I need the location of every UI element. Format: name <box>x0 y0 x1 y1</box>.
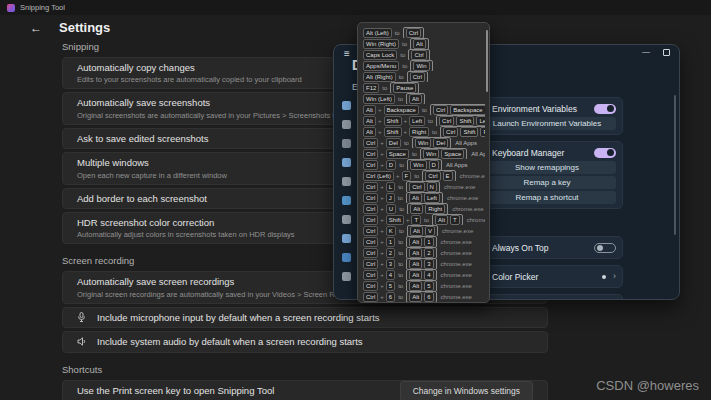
toggle-knob-icon[interactable] <box>602 275 606 279</box>
key-chip: F12 <box>363 83 379 93</box>
module-nav-icon[interactable] <box>342 215 351 224</box>
module-nav-icon[interactable] <box>342 272 351 281</box>
remap-row: Ctrl+2toAlt2chrome.exe <box>363 247 485 258</box>
to-label: to <box>398 239 403 245</box>
settings-header: ← Settings <box>30 20 110 35</box>
module-nav-icon[interactable] <box>342 253 351 262</box>
window-title: Snipping Tool <box>20 3 65 12</box>
module-nav-icon[interactable] <box>342 120 351 129</box>
plus-separator: + <box>380 261 384 267</box>
module-nav-icon[interactable] <box>342 177 351 186</box>
key-chip: Alt <box>363 116 376 126</box>
key-chip: Win (Right) <box>363 39 399 49</box>
page-title: Settings <box>59 20 110 35</box>
module-row[interactable]: Color Picker› <box>478 270 616 283</box>
module-card: Keyboard ManagerShow remappingsRemap a k… <box>471 141 623 209</box>
key-chip: Left <box>409 116 425 126</box>
to-label: to <box>399 74 404 80</box>
settings-row-text: Use the Print screen key to open Snippin… <box>77 381 400 400</box>
module-nav-icon[interactable] <box>342 234 351 243</box>
key-chip: Win <box>413 61 429 71</box>
module-row[interactable]: Always On Top <box>478 241 616 254</box>
key-chip: Alt <box>413 39 426 49</box>
key-chip: Space <box>386 149 409 159</box>
popup-scrollbar[interactable] <box>486 30 488 92</box>
key-chip: Ctrl <box>443 127 458 137</box>
key-chip: Left <box>424 193 440 203</box>
key-chip: Caps Lock <box>363 50 397 60</box>
key-chip: Ctrl <box>363 182 378 192</box>
to-label: to <box>400 52 405 58</box>
restore-icon[interactable] <box>663 49 670 56</box>
key-chip: Left <box>476 116 485 126</box>
key-chip: Ctrl <box>363 160 378 170</box>
settings-row-title: Include microphone input by default when… <box>97 312 533 323</box>
key-chip: Win (Left) <box>363 94 395 104</box>
key-chip: 3 <box>424 259 433 269</box>
to-label: to <box>412 151 417 157</box>
key-chip: Win <box>410 160 426 170</box>
settings-row-title: Include system audio by default when a s… <box>97 336 533 347</box>
show-remappings-button[interactable]: Show remappings <box>478 161 616 174</box>
plus-separator: + <box>380 195 384 201</box>
remap-row: Alt+Shift+LefttoCtrlShiftLeftAll Apps <box>363 115 485 126</box>
plus-separator: + <box>404 129 408 135</box>
key-chip: Shift <box>386 215 404 225</box>
settings-row[interactable]: Use the Print screen key to open Snippin… <box>62 380 548 400</box>
to-label: to <box>399 206 404 212</box>
watermark: CSDN @howeres <box>596 378 699 393</box>
module-row[interactable]: File Locksmith› <box>478 299 616 300</box>
key-chip: Backspace <box>450 105 485 115</box>
hamburger-menu-icon[interactable]: ≡ <box>344 48 350 59</box>
target-app-label: chrome.exe <box>460 173 485 179</box>
target-app-label: chrome.exe <box>442 228 473 234</box>
remap-a-shortcut-button[interactable]: Remap a shortcut <box>478 191 616 204</box>
remap-row: Ctrl+DeltoWinDelAll Apps <box>363 137 485 148</box>
chevron-right-icon[interactable]: › <box>613 272 616 281</box>
target-key-group: Alt <box>410 38 429 49</box>
key-chip: 3 <box>386 259 395 269</box>
dashboard-scrollbar[interactable] <box>674 95 676 235</box>
to-label: to <box>398 184 403 190</box>
key-chip: Backspace <box>384 105 419 115</box>
to-label: to <box>432 129 437 135</box>
back-icon[interactable]: ← <box>30 22 42 34</box>
settings-row[interactable]: Include microphone input by default when… <box>62 307 548 328</box>
target-key-group: AltLeft <box>406 192 443 203</box>
change-in-windows-settings-button[interactable]: Change in Windows settings <box>400 381 533 400</box>
target-key-group: Ctrl <box>407 71 428 82</box>
target-key-group: Alt4 <box>406 269 436 280</box>
module-name: Always On Top <box>492 243 589 253</box>
module-toggle[interactable] <box>594 148 616 158</box>
module-name: Keyboard Manager <box>492 148 589 158</box>
settings-row-text: Include system audio by default when a s… <box>97 332 533 351</box>
module-nav-icon[interactable] <box>342 101 351 110</box>
settings-row[interactable]: Include system audio by default when a s… <box>62 331 548 352</box>
key-chip: 1 <box>424 237 433 247</box>
module-toggle[interactable] <box>594 104 616 114</box>
minimize-icon[interactable]: — <box>642 48 650 56</box>
target-key-group: AltT <box>432 214 463 225</box>
plus-separator: + <box>380 228 384 234</box>
key-chip: V <box>425 226 435 236</box>
module-cards: Environment VariablesLaunch Environment … <box>471 97 623 300</box>
launch-environment-variables-button[interactable]: Launch Environment Variables <box>478 117 616 130</box>
plus-separator: + <box>380 294 384 300</box>
remap-a-key-button[interactable]: Remap a key <box>478 176 616 189</box>
remap-row: Win (Left)toAlt <box>363 93 485 104</box>
module-nav-icon[interactable] <box>342 196 351 205</box>
module-row[interactable]: Keyboard Manager <box>478 146 616 159</box>
module-name: Environment Variables <box>492 104 589 114</box>
key-chip: 6 <box>386 292 395 302</box>
target-key-group: WinSpace <box>420 148 467 159</box>
plus-separator: + <box>378 118 382 124</box>
target-key-group: Alt6 <box>406 291 436 302</box>
module-toggle[interactable] <box>594 243 616 253</box>
key-chip: Ctrl <box>410 72 425 82</box>
plus-separator: + <box>406 217 410 223</box>
module-row[interactable]: Environment Variables <box>478 102 616 115</box>
module-nav-icon[interactable] <box>342 158 351 167</box>
snipping-tool-titlebar: Snipping Tool <box>0 0 711 15</box>
module-nav-icon[interactable] <box>342 139 351 148</box>
plus-separator: + <box>380 217 384 223</box>
